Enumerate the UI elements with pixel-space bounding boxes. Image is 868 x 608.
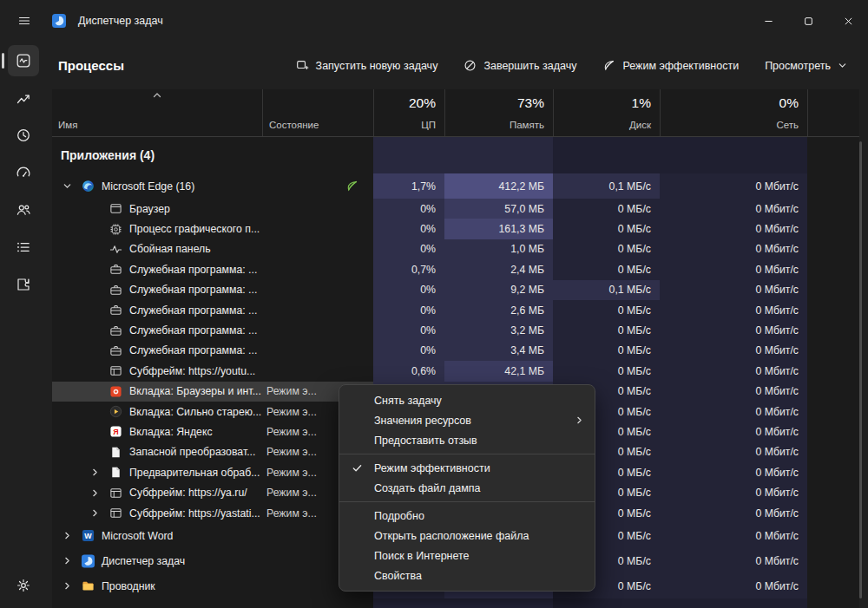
menu-item-details[interactable]: Подробно <box>339 506 595 526</box>
sidebar-item-details[interactable] <box>8 232 39 263</box>
group-header-row[interactable]: Приложения (4) <box>52 137 859 173</box>
column-total: 0% <box>661 89 807 111</box>
sidebar-item-performance[interactable] <box>8 82 39 114</box>
name-cell: Предварительная обраб... <box>52 462 262 482</box>
vertical-scrollbar[interactable] <box>859 141 862 598</box>
process-name: Вкладка: Яндекс <box>129 426 213 438</box>
process-row[interactable]: Браузер0%57,0 МБ0 МБ/с0 Мбит/с <box>52 199 859 219</box>
status-label: Режим э... <box>266 385 317 397</box>
menu-item-end-task[interactable]: Снять задачу <box>339 390 595 410</box>
chevron-right-icon[interactable] <box>62 581 82 591</box>
end-task-button[interactable]: Завершить задачу <box>464 59 576 72</box>
efficiency-leaf-icon <box>345 180 358 193</box>
network-cell: 0 Мбит/с <box>660 462 807 482</box>
name-cell: Запасной преобразоват... <box>52 442 262 462</box>
folder-icon <box>82 579 95 592</box>
process-name: Процесс графического п... <box>129 223 260 235</box>
process-row[interactable]: Microsoft Edge (16)1,7%412,2 МБ0,1 МБ/с0… <box>52 173 859 199</box>
status-label: Режим э... <box>266 446 317 458</box>
disk-cell: 0,1 МБ/с <box>553 173 660 199</box>
process-name: Служебная программа: ... <box>129 324 257 337</box>
close-button[interactable] <box>828 0 868 42</box>
network-cell: 0 Мбит/с <box>660 482 807 502</box>
name-cell: Служебная программа: ... <box>52 320 262 340</box>
chevron-right-icon[interactable] <box>62 531 82 540</box>
menu-item-label: Режим эффективности <box>374 462 490 474</box>
process-row[interactable]: Служебная программа: ...0%2,6 МБ0 МБ/с0 … <box>52 300 859 320</box>
column-header-disk[interactable]: 1%Диск <box>553 89 660 136</box>
disk-cell: 0 МБ/с <box>553 320 660 340</box>
sidebar-item-settings[interactable] <box>8 570 39 601</box>
utility-icon <box>109 263 122 276</box>
menu-item-properties[interactable]: Свойства <box>339 566 595 585</box>
efficiency-mode-button[interactable]: Режим эффективности <box>602 59 739 72</box>
column-header-network[interactable]: 0%Сеть <box>660 89 807 136</box>
name-cell: Диспетчер задач <box>52 548 262 573</box>
network-cell: 0 Мбит/с <box>660 280 807 300</box>
column-header-cpu[interactable]: 20%ЦП <box>373 89 444 136</box>
sort-ascending-icon <box>152 90 162 101</box>
menu-item-create-dump-file[interactable]: Создать файл дампа <box>339 478 595 498</box>
cpu-cell: 0% <box>373 199 444 219</box>
process-row[interactable]: Служебная программа: ...0%3,2 МБ0 МБ/с0 … <box>52 320 859 340</box>
status-cell <box>262 219 373 239</box>
process-name: Служебная программа: ... <box>129 264 257 276</box>
column-total: 73% <box>445 89 553 111</box>
menu-item-provide-feedback[interactable]: Предоставить отзыв <box>339 430 595 450</box>
network-cell: 0 Мбит/с <box>660 259 807 279</box>
process-row[interactable]: Процесс графического п...0%161,3 МБ0 МБ/… <box>52 219 859 239</box>
process-row[interactable]: Субфрейм: https://youtu...0,6%42,1 МБ0 М… <box>52 361 859 381</box>
status-cell <box>262 173 373 199</box>
sidebar-item-processes[interactable] <box>8 45 39 76</box>
minimize-button[interactable] <box>748 0 788 42</box>
sidebar-item-startup-apps[interactable] <box>8 157 39 188</box>
window-icon <box>109 202 122 215</box>
view-button[interactable]: Просмотреть <box>765 60 847 72</box>
process-row[interactable]: Служебная программа: ...0%9,2 МБ0,1 МБ/с… <box>52 280 859 300</box>
disk-cell: 0 МБ/с <box>553 259 660 279</box>
group-header-label: Приложения (4) <box>52 148 155 162</box>
toolbar: Процессы Запустить новую задачуЗавершить… <box>52 42 859 89</box>
process-row[interactable]: Служебная программа: ...0%3,4 МБ0 МБ/с0 … <box>52 341 859 361</box>
button-label: Завершить задачу <box>483 60 576 72</box>
network-cell: 0 Мбит/с <box>660 361 807 381</box>
cpu-cell: 0% <box>373 320 444 340</box>
network-cell: 0 Мбит/с <box>660 320 807 340</box>
process-name: Служебная программа: ... <box>129 304 257 317</box>
svg-text:W: W <box>84 532 92 540</box>
menu-separator <box>339 454 595 454</box>
processes-icon <box>16 53 31 69</box>
menu-item-label: Открыть расположение файла <box>374 530 529 542</box>
menu-item-search-online[interactable]: Поиск в Интернете <box>339 546 595 566</box>
chevron-right-icon[interactable] <box>90 488 109 498</box>
process-row[interactable]: Служебная программа: ...0,7%2,4 МБ0 МБ/с… <box>52 259 859 279</box>
chevron-down-icon[interactable] <box>62 181 82 191</box>
memory-cell: 2,6 МБ <box>444 300 553 320</box>
menu-item-open-file-location[interactable]: Открыть расположение файла <box>339 526 595 546</box>
status-cell <box>262 320 373 340</box>
run-new-task-button[interactable]: Запустить новую задачу <box>296 59 438 72</box>
status-cell <box>262 300 373 320</box>
column-label: Имя <box>58 120 77 130</box>
chevron-right-icon[interactable] <box>90 467 109 477</box>
status-label: Режим э... <box>266 426 317 438</box>
memory-cell: 42,1 МБ <box>444 361 553 381</box>
menu-item-resource-values[interactable]: Значения ресурсов <box>339 410 595 430</box>
hamburger-menu-icon[interactable] <box>7 3 42 38</box>
sidebar-item-services[interactable] <box>8 269 39 300</box>
chevron-right-icon[interactable] <box>62 556 82 566</box>
process-row[interactable]: Сбойная панель0%1,0 МБ0 МБ/с0 Мбит/с <box>52 239 859 259</box>
tab-play-icon <box>109 405 122 418</box>
sidebar-item-users[interactable] <box>8 194 39 226</box>
column-header-status[interactable]: Состояние <box>262 89 373 136</box>
submenu-chevron-icon <box>575 415 584 425</box>
startup-icon <box>16 165 31 180</box>
menu-item-efficiency-mode[interactable]: Режим эффективности <box>339 458 595 478</box>
name-cell: Вкладка: Браузеры и инт... <box>52 382 262 402</box>
column-header-name[interactable]: Имя <box>52 89 262 136</box>
sidebar-item-app-history[interactable] <box>8 120 39 151</box>
process-name: Служебная программа: ... <box>129 344 257 356</box>
chevron-right-icon[interactable] <box>90 508 109 518</box>
column-header-memory[interactable]: 73%Память <box>444 89 553 136</box>
maximize-button[interactable] <box>788 0 828 42</box>
